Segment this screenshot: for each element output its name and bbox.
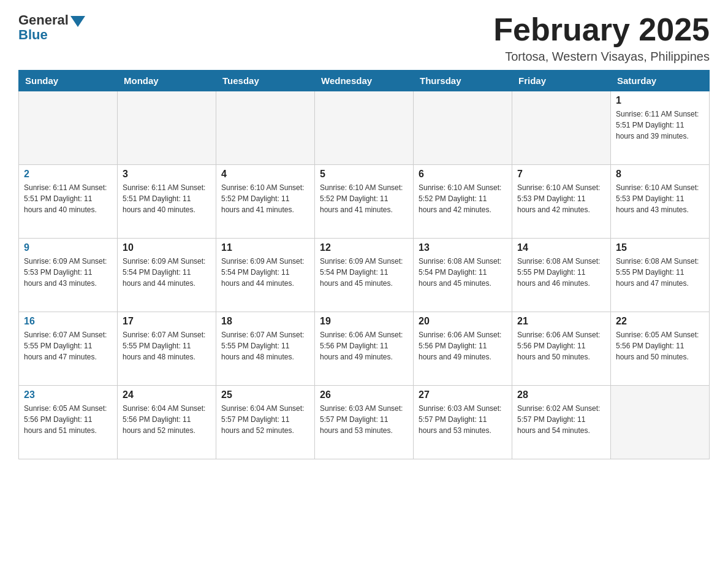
calendar-cell: 28Sunrise: 6:02 AM Sunset: 5:57 PM Dayli… bbox=[512, 386, 611, 459]
calendar-cell: 13Sunrise: 6:08 AM Sunset: 5:54 PM Dayli… bbox=[414, 239, 512, 312]
day-number: 21 bbox=[517, 316, 605, 327]
day-info: Sunrise: 6:09 AM Sunset: 5:54 PM Dayligh… bbox=[320, 256, 408, 289]
day-info: Sunrise: 6:10 AM Sunset: 5:52 PM Dayligh… bbox=[419, 182, 507, 215]
calendar-cell: 27Sunrise: 6:03 AM Sunset: 5:57 PM Dayli… bbox=[414, 386, 512, 459]
day-number: 24 bbox=[123, 389, 211, 400]
calendar-week-5: 23Sunrise: 6:05 AM Sunset: 5:56 PM Dayli… bbox=[19, 386, 710, 459]
day-info: Sunrise: 6:10 AM Sunset: 5:52 PM Dayligh… bbox=[221, 182, 309, 215]
day-number: 9 bbox=[24, 242, 112, 253]
day-info: Sunrise: 6:07 AM Sunset: 5:55 PM Dayligh… bbox=[221, 329, 309, 362]
day-number: 15 bbox=[616, 242, 704, 253]
day-number: 2 bbox=[24, 169, 112, 180]
column-header-saturday: Saturday bbox=[611, 71, 710, 91]
day-info: Sunrise: 6:09 AM Sunset: 5:54 PM Dayligh… bbox=[221, 256, 309, 289]
day-info: Sunrise: 6:06 AM Sunset: 5:56 PM Dayligh… bbox=[517, 329, 605, 362]
day-number: 1 bbox=[616, 95, 704, 106]
location-title: Tortosa, Western Visayas, Philippines bbox=[493, 50, 710, 64]
calendar-table: SundayMondayTuesdayWednesdayThursdayFrid… bbox=[18, 70, 710, 459]
calendar-cell bbox=[611, 386, 710, 459]
logo-blue-text: Blue bbox=[18, 27, 48, 43]
calendar-cell: 17Sunrise: 6:07 AM Sunset: 5:55 PM Dayli… bbox=[118, 312, 216, 386]
day-number: 12 bbox=[320, 242, 408, 253]
column-header-monday: Monday bbox=[118, 71, 216, 91]
calendar-cell: 26Sunrise: 6:03 AM Sunset: 5:57 PM Dayli… bbox=[315, 386, 414, 459]
logo-general-text: General bbox=[18, 12, 69, 28]
day-info: Sunrise: 6:08 AM Sunset: 5:55 PM Dayligh… bbox=[616, 256, 704, 289]
day-number: 22 bbox=[616, 316, 704, 327]
calendar-cell: 4Sunrise: 6:10 AM Sunset: 5:52 PM Daylig… bbox=[216, 165, 315, 239]
calendar-cell: 10Sunrise: 6:09 AM Sunset: 5:54 PM Dayli… bbox=[118, 239, 216, 312]
calendar-cell: 6Sunrise: 6:10 AM Sunset: 5:52 PM Daylig… bbox=[414, 165, 512, 239]
day-number: 11 bbox=[221, 242, 309, 253]
day-number: 26 bbox=[320, 389, 408, 400]
column-header-wednesday: Wednesday bbox=[315, 71, 414, 91]
day-info: Sunrise: 6:06 AM Sunset: 5:56 PM Dayligh… bbox=[419, 329, 507, 362]
day-info: Sunrise: 6:09 AM Sunset: 5:53 PM Dayligh… bbox=[24, 256, 112, 289]
day-info: Sunrise: 6:02 AM Sunset: 5:57 PM Dayligh… bbox=[517, 403, 605, 436]
column-header-tuesday: Tuesday bbox=[216, 71, 315, 91]
day-number: 7 bbox=[517, 169, 605, 180]
calendar-cell bbox=[216, 91, 315, 165]
calendar-cell bbox=[315, 91, 414, 165]
day-info: Sunrise: 6:05 AM Sunset: 5:56 PM Dayligh… bbox=[24, 403, 112, 436]
title-section: February 2025 Tortosa, Western Visayas, … bbox=[493, 12, 710, 64]
day-number: 10 bbox=[123, 242, 211, 253]
calendar-cell bbox=[414, 91, 512, 165]
calendar-week-1: 1Sunrise: 6:11 AM Sunset: 5:51 PM Daylig… bbox=[19, 91, 710, 165]
logo: General Blue bbox=[18, 12, 85, 43]
column-header-friday: Friday bbox=[512, 71, 611, 91]
day-info: Sunrise: 6:11 AM Sunset: 5:51 PM Dayligh… bbox=[24, 182, 112, 215]
day-number: 14 bbox=[517, 242, 605, 253]
calendar-week-3: 9Sunrise: 6:09 AM Sunset: 5:53 PM Daylig… bbox=[19, 239, 710, 312]
day-number: 3 bbox=[123, 169, 211, 180]
logo-triangle-icon bbox=[70, 16, 85, 27]
day-info: Sunrise: 6:03 AM Sunset: 5:57 PM Dayligh… bbox=[320, 403, 408, 436]
day-info: Sunrise: 6:04 AM Sunset: 5:56 PM Dayligh… bbox=[123, 403, 211, 436]
day-number: 18 bbox=[221, 316, 309, 327]
calendar-cell: 19Sunrise: 6:06 AM Sunset: 5:56 PM Dayli… bbox=[315, 312, 414, 386]
day-number: 8 bbox=[616, 169, 704, 180]
calendar-cell: 5Sunrise: 6:10 AM Sunset: 5:52 PM Daylig… bbox=[315, 165, 414, 239]
calendar-cell: 24Sunrise: 6:04 AM Sunset: 5:56 PM Dayli… bbox=[118, 386, 216, 459]
calendar-cell: 2Sunrise: 6:11 AM Sunset: 5:51 PM Daylig… bbox=[19, 165, 118, 239]
day-number: 20 bbox=[419, 316, 507, 327]
calendar-cell: 15Sunrise: 6:08 AM Sunset: 5:55 PM Dayli… bbox=[611, 239, 710, 312]
calendar-cell: 20Sunrise: 6:06 AM Sunset: 5:56 PM Dayli… bbox=[414, 312, 512, 386]
calendar-week-2: 2Sunrise: 6:11 AM Sunset: 5:51 PM Daylig… bbox=[19, 165, 710, 239]
calendar-cell bbox=[118, 91, 216, 165]
day-info: Sunrise: 6:07 AM Sunset: 5:55 PM Dayligh… bbox=[123, 329, 211, 362]
day-info: Sunrise: 6:10 AM Sunset: 5:53 PM Dayligh… bbox=[517, 182, 605, 215]
day-info: Sunrise: 6:10 AM Sunset: 5:53 PM Dayligh… bbox=[616, 182, 704, 215]
calendar-cell: 1Sunrise: 6:11 AM Sunset: 5:51 PM Daylig… bbox=[611, 91, 710, 165]
day-info: Sunrise: 6:10 AM Sunset: 5:52 PM Dayligh… bbox=[320, 182, 408, 215]
calendar-cell: 16Sunrise: 6:07 AM Sunset: 5:55 PM Dayli… bbox=[19, 312, 118, 386]
calendar-week-4: 16Sunrise: 6:07 AM Sunset: 5:55 PM Dayli… bbox=[19, 312, 710, 386]
calendar-cell: 23Sunrise: 6:05 AM Sunset: 5:56 PM Dayli… bbox=[19, 386, 118, 459]
calendar-cell: 25Sunrise: 6:04 AM Sunset: 5:57 PM Dayli… bbox=[216, 386, 315, 459]
day-number: 16 bbox=[24, 316, 112, 327]
day-info: Sunrise: 6:09 AM Sunset: 5:54 PM Dayligh… bbox=[123, 256, 211, 289]
column-header-thursday: Thursday bbox=[414, 71, 512, 91]
day-info: Sunrise: 6:05 AM Sunset: 5:56 PM Dayligh… bbox=[616, 329, 704, 362]
calendar-cell: 7Sunrise: 6:10 AM Sunset: 5:53 PM Daylig… bbox=[512, 165, 611, 239]
calendar-cell bbox=[19, 91, 118, 165]
day-info: Sunrise: 6:07 AM Sunset: 5:55 PM Dayligh… bbox=[24, 329, 112, 362]
page-header: General Blue February 2025 Tortosa, West… bbox=[18, 12, 710, 64]
day-number: 19 bbox=[320, 316, 408, 327]
day-number: 23 bbox=[24, 389, 112, 400]
calendar-cell: 12Sunrise: 6:09 AM Sunset: 5:54 PM Dayli… bbox=[315, 239, 414, 312]
calendar-cell: 11Sunrise: 6:09 AM Sunset: 5:54 PM Dayli… bbox=[216, 239, 315, 312]
day-info: Sunrise: 6:08 AM Sunset: 5:54 PM Dayligh… bbox=[419, 256, 507, 289]
month-title: February 2025 bbox=[493, 12, 710, 47]
day-number: 13 bbox=[419, 242, 507, 253]
calendar-cell: 8Sunrise: 6:10 AM Sunset: 5:53 PM Daylig… bbox=[611, 165, 710, 239]
day-number: 27 bbox=[419, 389, 507, 400]
day-info: Sunrise: 6:04 AM Sunset: 5:57 PM Dayligh… bbox=[221, 403, 309, 436]
day-number: 25 bbox=[221, 389, 309, 400]
calendar-cell: 18Sunrise: 6:07 AM Sunset: 5:55 PM Dayli… bbox=[216, 312, 315, 386]
calendar-cell bbox=[512, 91, 611, 165]
calendar-cell: 9Sunrise: 6:09 AM Sunset: 5:53 PM Daylig… bbox=[19, 239, 118, 312]
day-number: 4 bbox=[221, 169, 309, 180]
calendar-cell: 14Sunrise: 6:08 AM Sunset: 5:55 PM Dayli… bbox=[512, 239, 611, 312]
column-header-sunday: Sunday bbox=[19, 71, 118, 91]
